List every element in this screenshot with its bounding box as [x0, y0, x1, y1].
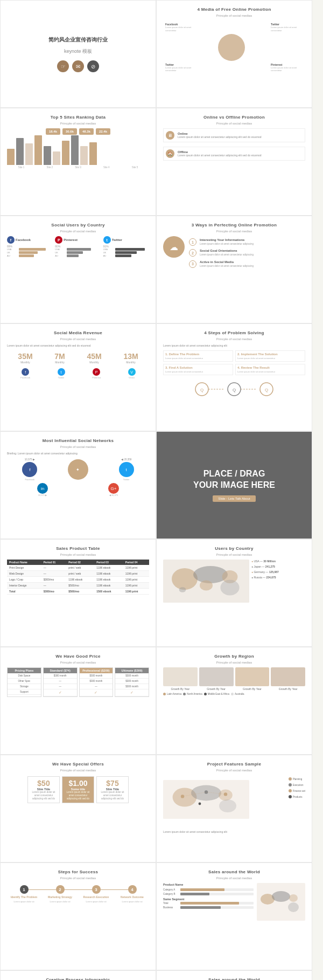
- legend-north: North America: [183, 693, 202, 695]
- slide-special-offers: We Have Special Offers Princple of socia…: [0, 755, 156, 862]
- sales-bars-section: Product Name Category A Category B Same …: [163, 883, 254, 922]
- project-layout: Planning Execution Finance set Products: [163, 775, 305, 829]
- step-2-label: Marketing Strategy: [43, 895, 77, 899]
- growth-boxes: Growth By Year Growth By Year Growth By …: [163, 667, 305, 691]
- growth-box-3: Growth By Year: [235, 667, 270, 691]
- network-nodes: 10,375 ▶ f Facebook ✦ ◀ 20,359 t Twitter: [7, 458, 149, 481]
- col-p3: Period 03: [94, 560, 123, 565]
- price-cards: $50 Slim Title Lorem ipsum dolor sit ame…: [7, 776, 149, 803]
- step-2: 2. Implement The Solution Lorem ipsum do…: [235, 350, 305, 362]
- 3ways-title: 3 Ways in Perfecting Online Promotion: [163, 223, 305, 227]
- legend-middle: Middle East & Africa: [204, 693, 229, 695]
- sales-row-3: Total: [163, 902, 254, 905]
- tw-uk-bar: [115, 251, 137, 254]
- drag-title: PLACE / DRAGYOUR IMAGE HERE: [193, 468, 275, 491]
- table-row: Total $300/mo $500/mo 1500 ebook 1196 pr…: [7, 589, 149, 595]
- same-segment-label: Same Segment: [163, 898, 254, 901]
- steps-container: 1 Identify The Problem Lorem ipsum dolor…: [7, 885, 149, 903]
- way-2-title: Social Goal Orientations: [200, 249, 305, 252]
- price-2-amount: $1.00: [65, 779, 92, 788]
- way-2: 2 Social Goal Orientations Lorem ipsum d…: [189, 249, 305, 257]
- sales-world1-title: Sales around the World: [163, 869, 305, 874]
- svg-point-23: [199, 803, 201, 805]
- slide-drag: PLACE / DRAGYOUR IMAGE HERE Slide - Lets…: [156, 431, 312, 539]
- step-4: 4 Network Outcome Lorem ipsum dolor sit: [115, 885, 149, 903]
- metric-3: 48.3k: [79, 128, 94, 135]
- problem-subtitle: Princple of social medias: [163, 337, 305, 341]
- svg-point-9: [172, 568, 198, 590]
- col-p4: Period 04: [123, 560, 149, 565]
- steps-subtitle: Princple of social medias: [7, 877, 149, 880]
- country-list: ● USA — 30 Million ● Japan — 241,275 ● G…: [251, 560, 305, 604]
- tw-social-label: Twitter: [58, 376, 65, 379]
- metric-boxes: 18.4k 30.6k 48.3k 22.4k: [7, 128, 149, 135]
- pricing-title: We Have Good Price: [7, 654, 149, 659]
- growth-map-1: [163, 667, 198, 686]
- metric-1: 18.4k: [46, 128, 60, 135]
- 3ways-subtitle: Princple of social medias: [163, 230, 305, 233]
- pt-uk-bar: [67, 251, 83, 254]
- influential-subtitle: Princple of social medias: [7, 445, 149, 448]
- growth-box-4: Growth By Year: [271, 667, 305, 691]
- influential-title: Most Influential Social Networks: [7, 438, 149, 443]
- col-plans: Pricing Plans Disk Space Other Spec Stor…: [7, 667, 41, 697]
- cover-subtitle: keynote 模板: [64, 48, 92, 55]
- slide-most-influential: Most Influential Social Networks Princpl…: [0, 431, 156, 539]
- bar-labels: Site 1Site 2 Site 3Site 4Site 5: [7, 166, 149, 169]
- project-footer-desc: Lorem ipsum dolor sit amet consectetur a…: [163, 830, 305, 833]
- legend-aus: Australia: [231, 693, 244, 695]
- svg-point-10: [193, 566, 228, 583]
- steps-title: Steps for Success: [7, 869, 149, 874]
- svg-point-30: [288, 902, 299, 912]
- creative-title: Creative Process Infographic: [7, 977, 149, 980]
- cover-icons: ☞ ✉ ⊘: [57, 60, 99, 72]
- slide-online-offline: Online vs Offline Promotion Princple of …: [156, 108, 312, 216]
- node-fb-circle: f: [22, 462, 37, 477]
- social-revenue-subtitle: Princple of social medias: [7, 337, 149, 341]
- fb-social-label: Facebook: [20, 376, 30, 379]
- metric-2: 30.6k: [62, 128, 77, 135]
- sales-world2-title: Sales around the World: [163, 977, 305, 980]
- node-gp-circle: G+: [108, 483, 119, 494]
- fb-usa-bar: [19, 248, 46, 251]
- ways-list: 1 Interesting Your Informations Lorem ip…: [189, 238, 305, 271]
- fb-icon: f: [7, 236, 15, 244]
- slide-3ways: 3 Ways in Perfecting Online Promotion Pr…: [156, 216, 312, 323]
- country-germany: ● Germany — 125,987: [251, 570, 305, 574]
- growth-map-2: [199, 667, 234, 686]
- growth-box-1: Growth By Year: [163, 667, 198, 691]
- svg-point-21: [205, 790, 208, 793]
- media-title: 4 Media of Free Online Promotion: [163, 7, 305, 12]
- svg-point-29: [289, 894, 298, 902]
- country-japan: ● Japan — 241,275: [251, 565, 305, 568]
- sales-world1-subtitle: Princple of social medias: [163, 877, 305, 880]
- media-item-twitter: Twitter Lorem ipsum dolor sit amet conse…: [271, 23, 303, 32]
- legend-latin: Latin America: [163, 693, 181, 695]
- slide-sales-world2: Sales around the World Princple of socia…: [156, 970, 312, 980]
- slide-users-country: Users by Country Princple of social medi…: [156, 539, 312, 647]
- cover-title: 简约风企业宣传咨询行业: [48, 36, 108, 44]
- media-subtitle: Princple of social medias: [163, 14, 305, 17]
- way-2-desc: Lorem ipsum dolor sit amet consectetur a…: [200, 253, 305, 257]
- svg-text:Q: Q: [233, 388, 236, 392]
- num-35m: 35M Monthly: [18, 352, 32, 364]
- slide-problem-solving: 4 Steps of Problem Solving Princple of s…: [156, 323, 312, 431]
- pt-usa-bar: [67, 248, 91, 251]
- bar-1: [7, 149, 15, 165]
- drag-btn[interactable]: Slide - Lets Talk About: [213, 495, 255, 502]
- svg-text:Q: Q: [200, 388, 203, 392]
- way-1-title: Interesting Your Informations: [200, 238, 305, 241]
- price-2-desc: Lorem ipsum dolor sit amet consectetur a…: [65, 791, 92, 800]
- social-columns: f Facebook 89% USA UK AU: [7, 236, 149, 257]
- growth-map-4: [271, 667, 305, 686]
- step-1: 1 Identify The Problem Lorem ipsum dolor…: [7, 885, 41, 903]
- online-icon: 🖥: [166, 131, 174, 140]
- pt-bars: USA UK AU: [55, 248, 101, 257]
- tw-au-bar: [115, 254, 131, 257]
- bar-9: [80, 146, 88, 165]
- bar-8: [71, 135, 79, 165]
- node-row2: in 10,375 ▶ G+ ◀ 20,375: [7, 483, 149, 496]
- way-3: 3 Active in Social Media Lorem ipsum dol…: [189, 260, 305, 268]
- fb-au-bar: [19, 254, 34, 257]
- step-1-label: Identify The Problem: [7, 895, 41, 899]
